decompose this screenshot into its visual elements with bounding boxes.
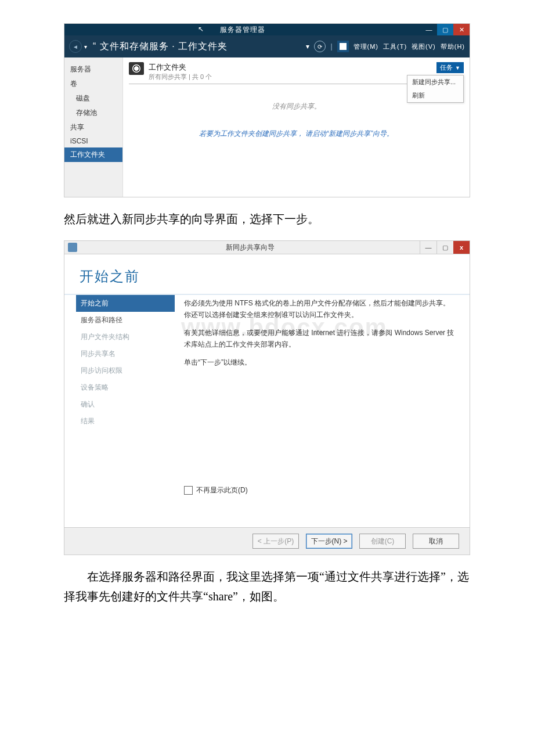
sm-group-subtitle: 所有同步共享 | 共 0 个: [149, 73, 212, 81]
sm-titlebar: ↖ 服务器管理器 — ▢ ✕: [64, 24, 470, 35]
wz-steps-panel: 开始之前 服务器和路径 用户文件夹结构 同步共享名 同步访问权限 设备策略 确认…: [64, 295, 181, 527]
sm-separator: |: [330, 42, 332, 51]
sm-tasks-label: 任务: [440, 63, 453, 72]
wz-steps-list: 开始之前 服务器和路径 用户文件夹结构 同步共享名 同步访问权限 设备策略 确认…: [76, 295, 175, 430]
sync-folder-icon: [129, 62, 144, 75]
sm-back-dropdown[interactable]: ▾: [84, 44, 87, 50]
sm-hint: 若要为工作文件夹创建同步共享， 请启动“新建同步共享”向导。: [129, 129, 464, 139]
sm-menu-tools[interactable]: 工具(T): [383, 42, 407, 51]
wz-body-p3: 单击“下一步”以继续。: [184, 357, 454, 368]
server-manager-window: ↖ 服务器管理器 — ▢ ✕ ◄ ▾ “ 文件和存储服务 · 工作文件夹 ▾ ⟳…: [64, 23, 470, 197]
sm-minimize-button[interactable]: —: [421, 24, 437, 35]
sidebar-item-storagepool[interactable]: 存储池: [64, 106, 122, 120]
sidebar-item-workfolders[interactable]: 工作文件夹: [64, 147, 122, 162]
sm-body: 服务器 卷 磁盘 存储池 共享 iSCSI 工作文件夹 工作文件夹 所有同步共享…: [64, 57, 470, 197]
wizard-window: 新同步共享向导 — ▢ x 开始之前 开始之前 服务器和路径 用户文件夹结构 同…: [64, 240, 470, 555]
wz-content: www.bdocx.com 你必须先为使用 NTFS 格式化的卷上的用户文件分配…: [181, 295, 470, 527]
sm-main: 工作文件夹 所有同步共享 | 共 0 个 任务 ▼ 新建同步共享... 刷新 没…: [123, 57, 470, 197]
sm-sidebar: 服务器 卷 磁盘 存储池 共享 iSCSI 工作文件夹: [64, 57, 123, 197]
wz-step-share-name: 同步共享名: [76, 345, 175, 362]
wz-step-before-you-begin[interactable]: 开始之前: [76, 295, 175, 312]
doc-paragraph-1: 然后就进入新同步共享的向导界面，选择下一步。: [64, 209, 470, 229]
sm-window-controls: — ▢ ✕: [421, 24, 470, 35]
sm-empty-text: 没有同步共享。: [129, 102, 464, 111]
sm-menu-manage[interactable]: 管理(M): [353, 42, 379, 51]
sm-tasks-menu-newshare[interactable]: 新建同步共享...: [407, 75, 463, 89]
chevron-down-icon: ▼: [455, 65, 460, 71]
sm-quick-dropdown[interactable]: ▾: [306, 42, 309, 51]
sidebar-item-volumes[interactable]: 卷: [64, 77, 122, 91]
sm-close-button[interactable]: ✕: [453, 24, 470, 35]
wz-body: 开始之前 服务器和路径 用户文件夹结构 同步共享名 同步访问权限 设备策略 确认…: [64, 294, 470, 527]
wz-maximize-button[interactable]: ▢: [436, 241, 453, 254]
wz-titlebar: 新同步共享向导 — ▢ x: [64, 241, 470, 254]
sm-header: ◄ ▾ “ 文件和存储服务 · 工作文件夹 ▾ ⟳ | 管理(M) 工具(T) …: [64, 35, 470, 57]
wz-dont-show-checkbox[interactable]: [184, 486, 193, 495]
wz-step-sync-access: 同步访问权限: [76, 362, 175, 379]
sidebar-item-servers[interactable]: 服务器: [64, 62, 122, 77]
wz-step-confirm: 确认: [76, 396, 175, 413]
wz-prev-button: < 上一步(P): [252, 534, 299, 549]
sm-maximize-button[interactable]: ▢: [437, 24, 453, 35]
wz-step-results: 结果: [76, 413, 175, 430]
flag-icon[interactable]: [337, 41, 349, 52]
wz-body-p2: 有关其他详细信息，或要使用户能够通过 Internet 进行连接，请参阅 Win…: [184, 327, 454, 351]
sm-window-title: 服务器管理器: [64, 25, 421, 35]
wz-dont-show-label: 不再显示此页(D): [196, 484, 248, 496]
sm-back-button[interactable]: ◄: [69, 40, 82, 53]
wz-dont-show-row[interactable]: 不再显示此页(D): [184, 484, 454, 496]
wz-step-device-policy: 设备策略: [76, 379, 175, 396]
mouse-cursor-icon: ↖: [198, 25, 204, 33]
refresh-icon[interactable]: ⟳: [314, 41, 326, 52]
wz-step-user-folder: 用户文件夹结构: [76, 329, 175, 345]
sm-menu-help[interactable]: 帮助(H): [441, 42, 465, 51]
wz-create-button: 创建(C): [359, 534, 406, 549]
wz-window-title: 新同步共享向导: [81, 243, 420, 253]
wz-minimize-button[interactable]: —: [420, 241, 436, 254]
sm-hint-prefix: 若要为工作文件夹创建同步共享，: [199, 129, 304, 138]
wz-window-controls: — ▢ x: [420, 241, 470, 254]
wz-page-title: 开始之前: [64, 254, 470, 294]
sm-tasks-button[interactable]: 任务 ▼: [436, 62, 464, 73]
sidebar-item-iscsi[interactable]: iSCSI: [64, 135, 122, 147]
sm-hint-link[interactable]: 请启动“新建同步共享”向导。: [305, 129, 394, 138]
sm-tasks-menu-refresh[interactable]: 刷新: [407, 89, 463, 102]
sm-group-title: 工作文件夹: [149, 62, 212, 73]
wz-next-button[interactable]: 下一步(N) >: [306, 534, 352, 549]
wz-step-server-and-path[interactable]: 服务器和路径: [76, 312, 175, 329]
wizard-app-icon: [68, 243, 77, 252]
wz-body-p1: 你必须先为使用 NTFS 格式化的卷上的用户文件分配存储区，然后才能创建同步共享…: [184, 297, 454, 321]
sm-tasks-menu: 新建同步共享... 刷新: [407, 75, 464, 103]
sm-breadcrumb: “ 文件和存储服务 · 工作文件夹: [93, 41, 228, 53]
sm-menu-view[interactable]: 视图(V): [412, 42, 436, 51]
sidebar-item-shares[interactable]: 共享: [64, 120, 122, 135]
doc-paragraph-2: 在选择服务器和路径界面，我这里选择第一项“通过文件共享进行选择”，选择我事先创建…: [64, 567, 470, 606]
wz-footer: < 上一步(P) 下一步(N) > 创建(C) 取消: [64, 527, 470, 555]
wz-cancel-button[interactable]: 取消: [413, 534, 459, 549]
wz-close-button[interactable]: x: [453, 241, 470, 254]
sm-group-header: 工作文件夹 所有同步共享 | 共 0 个 任务 ▼ 新建同步共享... 刷新: [129, 62, 464, 84]
sidebar-item-disks[interactable]: 磁盘: [64, 91, 122, 106]
